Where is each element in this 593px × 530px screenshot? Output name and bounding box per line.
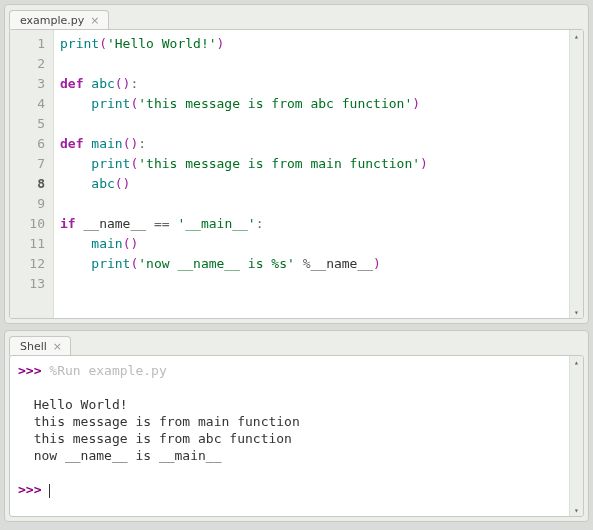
code-line: def main(): — [60, 134, 563, 154]
line-number: 10 — [14, 214, 45, 234]
line-number: 8 — [14, 174, 45, 194]
code-line — [60, 114, 563, 134]
shell-area[interactable]: >>> %Run example.py Hello World! this me… — [10, 356, 569, 516]
line-number: 1 — [14, 34, 45, 54]
scroll-down-icon[interactable]: ▾ — [570, 306, 583, 318]
code-line: print('this message is from abc function… — [60, 94, 563, 114]
line-number: 9 — [14, 194, 45, 214]
editor-content: 12345678910111213 print('Hello World!') … — [9, 29, 584, 319]
line-number: 3 — [14, 74, 45, 94]
shell-output-line: now __name__ is __main__ — [18, 447, 561, 464]
line-number: 13 — [14, 274, 45, 294]
line-number: 12 — [14, 254, 45, 274]
line-number: 4 — [14, 94, 45, 114]
cursor-icon — [49, 484, 50, 498]
code-line — [60, 274, 563, 294]
shell-pane: Shell × >>> %Run example.py Hello World!… — [4, 330, 589, 522]
scroll-up-icon[interactable]: ▴ — [570, 30, 583, 42]
editor-tabs: example.py × — [5, 5, 588, 29]
close-icon[interactable]: × — [90, 15, 99, 26]
code-line: print('Hello World!') — [60, 34, 563, 54]
line-number: 11 — [14, 234, 45, 254]
code-line — [60, 54, 563, 74]
code-line: def abc(): — [60, 74, 563, 94]
shell-line: >>> %Run example.py — [18, 362, 561, 379]
editor-pane: example.py × 12345678910111213 print('He… — [4, 4, 589, 324]
shell-output-line: Hello World! — [18, 396, 561, 413]
shell-line — [18, 464, 561, 481]
code-line: print('now __name__ is %s' %__name__) — [60, 254, 563, 274]
shell-scrollbar[interactable]: ▴ ▾ — [569, 356, 583, 516]
line-number: 5 — [14, 114, 45, 134]
editor-scrollbar[interactable]: ▴ ▾ — [569, 30, 583, 318]
shell-content: >>> %Run example.py Hello World! this me… — [9, 355, 584, 517]
tab-label: Shell — [20, 340, 47, 353]
line-number: 7 — [14, 154, 45, 174]
code-line: print('this message is from main functio… — [60, 154, 563, 174]
shell-prompt-line[interactable]: >>> — [18, 481, 561, 498]
tab-label: example.py — [20, 14, 84, 27]
code-line: if __name__ == '__main__': — [60, 214, 563, 234]
scroll-down-icon[interactable]: ▾ — [570, 504, 583, 516]
code-line: abc() — [60, 174, 563, 194]
line-number: 6 — [14, 134, 45, 154]
tab-shell[interactable]: Shell × — [9, 336, 71, 356]
shell-line — [18, 379, 561, 396]
tab-example-py[interactable]: example.py × — [9, 10, 109, 30]
scroll-up-icon[interactable]: ▴ — [570, 356, 583, 368]
shell-output-line: this message is from abc function — [18, 430, 561, 447]
shell-output-line: this message is from main function — [18, 413, 561, 430]
code-line: main() — [60, 234, 563, 254]
code-line — [60, 194, 563, 214]
shell-tabs: Shell × — [5, 331, 588, 355]
code-area[interactable]: print('Hello World!') def abc(): print('… — [54, 30, 569, 318]
line-number: 2 — [14, 54, 45, 74]
close-icon[interactable]: × — [53, 341, 62, 352]
line-gutter: 12345678910111213 — [10, 30, 54, 318]
